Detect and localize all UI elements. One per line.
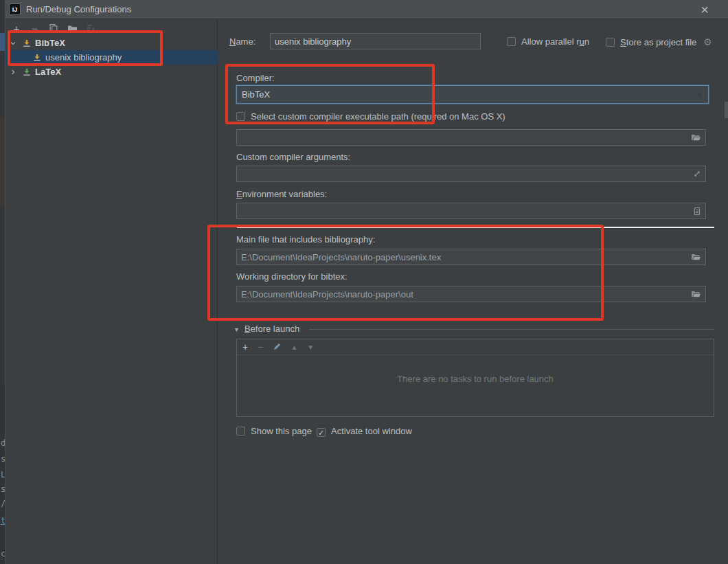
dialog-title-bar: IJ Run/Debug Configurations × (0, 0, 728, 19)
tree-item-latex-group[interactable]: LaTeX (5, 65, 218, 79)
before-launch-task-panel: + − ▲ ▼ There are no tasks to run before… (236, 339, 714, 417)
background-selection-bleed (0, 33, 5, 51)
background-code-fragment: d (1, 438, 5, 448)
no-tasks-message: There are no tasks to run before launch (237, 374, 714, 384)
scrollbar-thumb[interactable] (725, 102, 728, 118)
background-code-fragment: s (1, 484, 5, 494)
open-folder-icon[interactable] (691, 253, 701, 261)
section-divider (309, 329, 714, 330)
intellij-logo-icon: IJ (9, 3, 21, 15)
before-launch-header[interactable]: ▼Before launch (234, 324, 299, 334)
allow-parallel-run-checkbox[interactable]: Allow parallel run (507, 36, 589, 47)
name-label: Name: (229, 36, 255, 47)
run-debug-configurations-dialog: IJ Run/Debug Configurations × + − BibTeX (0, 0, 728, 564)
tree-item-label: LaTeX (35, 67, 61, 77)
background-code-fragment: s (1, 454, 5, 464)
collapse-section-icon[interactable]: ▼ (234, 326, 240, 333)
checkbox-icon[interactable] (606, 38, 615, 47)
custom-compiler-arguments-input[interactable] (236, 166, 706, 182)
chevron-right-icon[interactable] (10, 69, 16, 75)
checkbox-icon[interactable] (507, 37, 516, 46)
custom-compiler-arguments-label: Custom compiler arguments: (236, 152, 350, 162)
gear-icon[interactable]: ⚙ (703, 36, 712, 47)
annotation-box-3 (207, 225, 604, 321)
close-icon[interactable]: × (696, 1, 713, 18)
annotation-box-2 (225, 64, 435, 124)
remove-task-icon: − (258, 341, 263, 352)
background-window-edge: dsLs/tc (0, 0, 5, 564)
activate-tool-window-checkbox[interactable]: ✓Activate tool window (317, 426, 412, 437)
store-as-project-file-checkbox[interactable]: Store as project file ⚙ (606, 36, 712, 47)
configurations-sidebar: + − BibTeX usenix bibliography (5, 19, 218, 564)
checkbox-icon[interactable] (236, 427, 245, 436)
background-code-fragment: / (1, 499, 5, 508)
move-down-icon: ▼ (307, 343, 314, 351)
chevron-down-icon[interactable]: ▼ (693, 91, 707, 99)
open-folder-icon[interactable] (691, 290, 701, 298)
expand-field-icon[interactable] (693, 170, 701, 178)
add-task-icon[interactable]: + (242, 341, 248, 352)
show-this-page-checkbox[interactable]: Show this page (236, 426, 312, 436)
background-code-fragment: t (1, 516, 5, 526)
checkbox-checked-icon[interactable]: ✓ (317, 428, 326, 437)
open-folder-icon[interactable] (691, 133, 701, 142)
name-input[interactable]: usenix bibliography (270, 33, 481, 49)
background-tint (0, 117, 5, 206)
background-code-fragment: c (1, 549, 5, 559)
annotation-box-1 (8, 30, 163, 66)
environment-variables-label: Environment variables: (236, 189, 327, 199)
latex-run-config-icon (23, 68, 31, 76)
dialog-title: Run/Debug Configurations (26, 4, 131, 14)
custom-compiler-path-input[interactable] (236, 129, 706, 146)
background-code-fragment: L (1, 470, 5, 480)
browse-variables-icon[interactable] (693, 207, 701, 216)
move-up-icon: ▲ (291, 343, 297, 351)
edit-task-icon (273, 343, 281, 351)
before-launch-toolbar: + − ▲ ▼ (237, 339, 714, 355)
environment-variables-input[interactable] (236, 203, 706, 219)
